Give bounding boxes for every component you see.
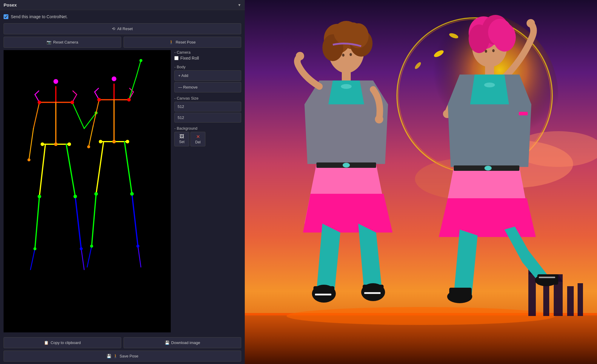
dancer-scene bbox=[245, 0, 597, 364]
body-label: - Body bbox=[174, 65, 241, 69]
fixed-roll-label: Fixed Roll bbox=[180, 56, 199, 61]
all-reset-icon: ⟲ bbox=[112, 27, 115, 31]
camera-label: - Camera bbox=[174, 50, 241, 55]
background-section: - Background 🖼 Set ✕ Del bbox=[174, 126, 241, 146]
all-reset-button[interactable]: ⟲ All Reset bbox=[4, 23, 241, 34]
download-icon: 💾 bbox=[165, 340, 170, 345]
reset-row: 📷 Reset Camera 🚶 Reset Pose bbox=[0, 37, 245, 50]
add-body-button[interactable]: + Add bbox=[174, 70, 241, 81]
svg-point-28 bbox=[350, 53, 352, 56]
svg-point-31 bbox=[296, 52, 304, 60]
svg-point-46 bbox=[488, 19, 512, 46]
controlnet-checkbox-row: Send this image to ControlNet. bbox=[0, 10, 245, 23]
canvas-width-input[interactable]: 512 bbox=[174, 102, 241, 111]
reset-camera-label: Reset Camera bbox=[53, 40, 78, 44]
save-icon: 💾 bbox=[107, 354, 111, 358]
save-pose-label: Save Pose bbox=[120, 354, 139, 358]
remove-body-button[interactable]: — Remove bbox=[174, 82, 241, 92]
camera-icon: 📷 bbox=[47, 40, 51, 44]
copy-clipboard-label: Copy to clipboard bbox=[50, 340, 81, 345]
pose-canvas-area[interactable] bbox=[4, 50, 171, 332]
svg-rect-39 bbox=[315, 294, 331, 295]
all-reset-row: ⟲ All Reset bbox=[0, 23, 245, 37]
app-header: Posex ▼ bbox=[0, 0, 245, 10]
reset-pose-label: Reset Pose bbox=[176, 40, 196, 44]
background-label: - Background bbox=[174, 126, 241, 131]
app-title: Posex bbox=[4, 2, 17, 7]
canvas-size-label: - Canvas Size bbox=[174, 96, 241, 100]
remove-body-label: — Remove bbox=[178, 85, 198, 89]
canvas-height-input[interactable]: 512 bbox=[174, 113, 241, 123]
svg-point-57 bbox=[447, 290, 472, 303]
fixed-roll-row: Fixed Roll bbox=[174, 56, 241, 61]
reset-camera-button[interactable]: 📷 Reset Camera bbox=[4, 37, 121, 48]
svg-point-32 bbox=[375, 115, 383, 123]
add-body-label: + Add bbox=[178, 73, 188, 78]
svg-point-59 bbox=[535, 274, 558, 286]
controlnet-checkbox[interactable] bbox=[4, 14, 8, 19]
svg-rect-55 bbox=[519, 112, 528, 115]
save-pose-row: 💾 🚶 Save Pose bbox=[0, 351, 245, 364]
left-panel: Posex ▼ Send this image to ControlNet. ⟲… bbox=[0, 0, 245, 364]
set-bg-icon: 🖼 bbox=[179, 134, 184, 139]
svg-point-47 bbox=[485, 50, 487, 53]
set-bg-label: Set bbox=[179, 140, 184, 144]
svg-point-48 bbox=[492, 49, 495, 52]
copy-clipboard-button[interactable]: 📋 Copy to clipboard bbox=[4, 337, 121, 348]
side-controls: - Camera Fixed Roll - Body + Add — Remov… bbox=[173, 50, 241, 332]
svg-point-54 bbox=[484, 166, 492, 171]
body-section: - Body + Add — Remove bbox=[174, 65, 241, 94]
svg-rect-18 bbox=[567, 286, 574, 316]
camera-section: - Camera Fixed Roll bbox=[174, 50, 241, 62]
all-reset-label: All Reset bbox=[117, 27, 133, 31]
svg-rect-29 bbox=[342, 70, 351, 82]
set-background-button[interactable]: 🖼 Set bbox=[174, 132, 189, 146]
svg-rect-49 bbox=[485, 66, 494, 76]
right-panel bbox=[245, 0, 597, 364]
controlnet-label: Send this image to ControlNet. bbox=[11, 14, 68, 19]
canvas-size-section: - Canvas Size 512 512 bbox=[174, 96, 241, 124]
fixed-roll-checkbox[interactable] bbox=[174, 56, 179, 60]
svg-point-34 bbox=[343, 163, 350, 168]
svg-point-45 bbox=[469, 24, 490, 53]
svg-point-52 bbox=[484, 83, 495, 87]
svg-rect-40 bbox=[364, 292, 381, 294]
download-image-label: Download image bbox=[171, 340, 200, 345]
pose-icon: 🚶 bbox=[169, 40, 174, 44]
reset-pose-button[interactable]: 🚶 Reset Pose bbox=[124, 37, 241, 48]
del-background-button[interactable]: ✕ Del bbox=[190, 132, 205, 146]
svg-rect-60 bbox=[539, 277, 555, 278]
background-buttons: 🖼 Set ✕ Del bbox=[174, 132, 241, 146]
svg-rect-19 bbox=[578, 283, 583, 316]
del-bg-icon: ✕ bbox=[196, 134, 200, 140]
clipboard-icon: 📋 bbox=[44, 340, 49, 345]
main-content: - Camera Fixed Roll - Body + Add — Remov… bbox=[0, 50, 245, 335]
svg-point-30 bbox=[341, 84, 352, 89]
save-pose-button[interactable]: 💾 🚶 Save Pose bbox=[4, 351, 241, 362]
download-image-button[interactable]: 💾 Download image bbox=[124, 337, 241, 348]
svg-point-27 bbox=[342, 54, 344, 57]
del-bg-label: Del bbox=[195, 140, 201, 144]
collapse-icon[interactable]: ▼ bbox=[238, 3, 241, 7]
svg-point-50 bbox=[527, 19, 535, 27]
figure-icon: 🚶 bbox=[113, 354, 118, 358]
bottom-buttons: 📋 Copy to clipboard 💾 Download image bbox=[0, 335, 245, 351]
svg-point-12 bbox=[287, 307, 555, 325]
pose-canvas[interactable] bbox=[4, 50, 171, 332]
